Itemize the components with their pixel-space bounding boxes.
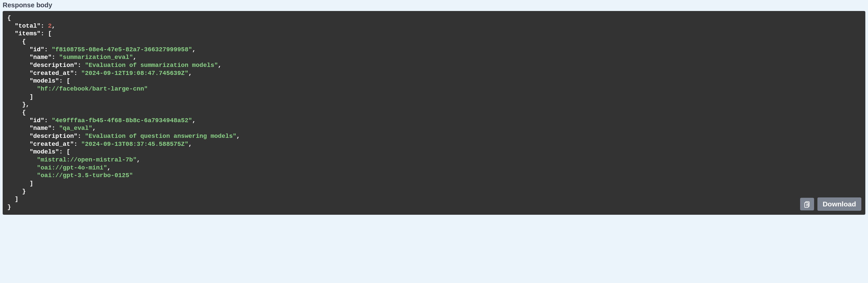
json-key-created-at: "created_at" [30,141,74,148]
json-value-model-1-0: "mistral://open-mistral-7b" [37,156,137,163]
json-key-models: "models" [30,77,59,85]
json-key-models: "models" [30,149,59,156]
json-key-id: "id" [30,46,44,53]
json-value-name-1: "qa_eval" [59,125,92,132]
json-value-created-at-1: "2024-09-13T08:37:45.588575Z" [81,141,188,148]
json-value-created-at-0: "2024-09-12T19:08:47.745639Z" [81,70,188,77]
json-key-total: "total" [14,23,41,30]
response-body-section: Response body { "total": 2, "items": [ {… [0,0,868,217]
json-key-description: "description" [30,133,78,140]
json-key-name: "name" [30,125,52,132]
json-key-items: "items" [14,30,41,37]
response-json-block[interactable]: { "total": 2, "items": [ { "id": "f81087… [3,11,865,215]
json-value-description-1: "Evaluation of question answering models… [85,133,236,140]
json-key-name: "name" [30,54,52,61]
json-value-id-0: "f8108755-08e4-47e5-82a7-366327999958" [52,46,192,53]
copy-button[interactable] [800,198,814,211]
response-actions: Download [800,197,861,211]
json-value-model-0-0: "hf://facebook/bart-large-cnn" [37,86,148,93]
json-value-name-0: "summarization_eval" [59,54,133,61]
brace-open: { [7,14,11,22]
json-value-total: 2 [48,23,52,30]
json-value-description-0: "Evaluation of summarization models" [85,62,218,69]
download-button[interactable]: Download [817,197,861,211]
json-value-model-1-2: "oai://gpt-3.5-turbo-0125" [37,172,133,179]
json-key-created-at: "created_at" [30,70,74,77]
json-key-description: "description" [30,62,78,69]
json-key-id: "id" [30,117,44,124]
response-body-title: Response body [3,0,865,11]
brace-close: } [7,204,11,211]
json-value-id-1: "4e9fffaa-fb45-4f68-8b8c-6a7934948a52" [52,117,192,124]
clipboard-icon [803,200,811,208]
json-value-model-1-1: "oai://gpt-4o-mini" [37,164,107,171]
